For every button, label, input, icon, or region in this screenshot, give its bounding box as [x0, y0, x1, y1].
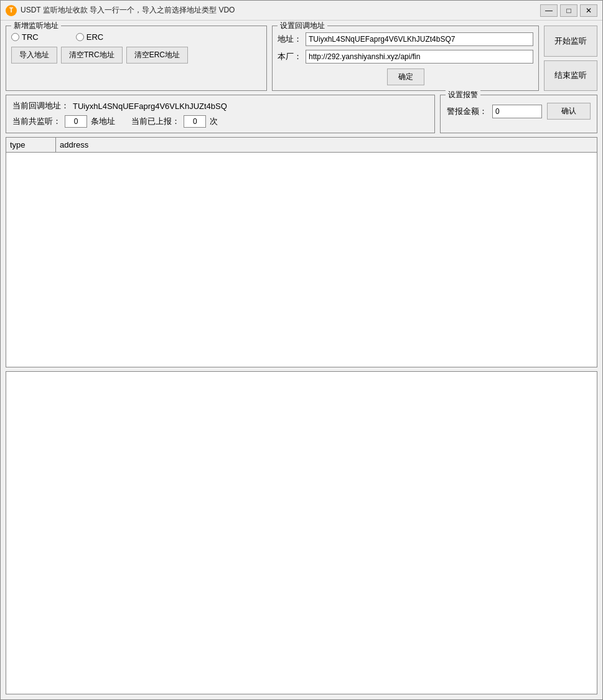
alert-amount-input[interactable]	[492, 105, 542, 118]
clear-erc-button[interactable]: 清空ERC地址	[126, 47, 188, 64]
listening-count: 0	[74, 117, 78, 126]
app-icon: T	[6, 5, 17, 16]
confirm-row: 确定	[278, 69, 533, 85]
clear-trc-button[interactable]: 清空TRC地址	[61, 47, 123, 64]
table-header: type address	[6, 138, 597, 153]
radio-row: TRC ERC	[11, 32, 261, 42]
listening-unit: 条地址	[91, 116, 115, 127]
right-buttons: 开始监听 结束监听	[544, 26, 597, 91]
start-monitor-button[interactable]: 开始监听	[544, 26, 597, 57]
alert-confirm-button[interactable]: 确认	[547, 103, 591, 120]
factory-label: 本厂：	[278, 51, 302, 62]
address-button-row: 导入地址 清空TRC地址 清空ERC地址	[11, 47, 261, 64]
window-title: USDT 监听地址收款 导入一行一个，导入之前选择地址类型 VDO	[21, 5, 540, 16]
content-area: 新增监听地址 TRC ERC 导入地址 清空TRC地址 清空ERC地址	[1, 21, 602, 699]
address-table-section: type address	[6, 137, 597, 367]
alert-legend: 设置报警	[446, 90, 480, 100]
callback-legend: 设置回调地址	[278, 21, 327, 31]
window-controls: — □ ✕	[540, 4, 597, 17]
status-panel: 当前回调地址： TUiyxhL4SNqUEFaprg4V6VLKhJUZt4bS…	[6, 95, 435, 133]
counts-line: 当前共监听： 0 条地址 当前已上报： 0 次	[12, 115, 428, 128]
col-type-header: type	[6, 138, 56, 152]
reported-count: 0	[193, 117, 197, 126]
callback-form: 地址： 本厂： 确定	[278, 32, 533, 85]
import-address-button[interactable]: 导入地址	[11, 47, 57, 64]
alert-amount-label: 警报金额：	[447, 106, 487, 117]
reported-unit: 次	[210, 116, 218, 127]
top-row: 新增监听地址 TRC ERC 导入地址 清空TRC地址 清空ERC地址	[6, 26, 597, 91]
callback-status-line: 当前回调地址： TUiyxhL4SNqUEFaprg4V6VLKhJUZt4bS…	[12, 100, 428, 111]
trc-radio[interactable]	[11, 33, 19, 41]
callback-confirm-button[interactable]: 确定	[387, 69, 424, 85]
status-row: 当前回调地址： TUiyxhL4SNqUEFaprg4V6VLKhJUZt4bS…	[6, 95, 597, 133]
title-bar: T USDT 监听地址收款 导入一行一个，导入之前选择地址类型 VDO — □ …	[1, 1, 602, 21]
callback-panel: 设置回调地址 地址： 本厂： 确定	[272, 26, 539, 91]
trc-radio-label[interactable]: TRC	[11, 32, 39, 42]
trc-label: TRC	[22, 32, 39, 42]
maximize-button[interactable]: □	[560, 4, 577, 17]
alert-panel: 设置报警 警报金额： 确认	[440, 95, 597, 133]
factory-row: 本厂：	[278, 50, 533, 64]
reported-count-box: 0	[184, 115, 206, 128]
erc-radio-label[interactable]: ERC	[76, 32, 103, 42]
log-section	[6, 371, 597, 694]
erc-radio[interactable]	[76, 33, 84, 41]
reported-label: 当前已上报：	[131, 116, 180, 127]
address-row: 地址：	[278, 32, 533, 46]
stop-monitor-button[interactable]: 结束监听	[544, 60, 597, 92]
address-input[interactable]	[306, 32, 533, 46]
minimize-button[interactable]: —	[540, 4, 558, 17]
erc-label: ERC	[86, 32, 103, 42]
alert-row: 警报金额： 确认	[447, 103, 591, 120]
address-label: 地址：	[278, 34, 302, 45]
listening-label: 当前共监听：	[12, 116, 61, 127]
main-window: T USDT 监听地址收款 导入一行一个，导入之前选择地址类型 VDO — □ …	[0, 0, 603, 700]
listening-count-box: 0	[65, 115, 87, 128]
table-body	[6, 153, 597, 367]
current-callback-label: 当前回调地址：	[12, 100, 69, 111]
factory-input[interactable]	[306, 50, 533, 64]
close-button[interactable]: ✕	[580, 4, 597, 17]
new-address-panel: 新增监听地址 TRC ERC 导入地址 清空TRC地址 清空ERC地址	[6, 26, 267, 91]
col-address-header: address	[56, 138, 597, 152]
new-address-legend: 新增监听地址	[11, 21, 61, 31]
current-callback-value: TUiyxhL4SNqUEFaprg4V6VLKhJUZt4bSQ	[73, 102, 227, 111]
